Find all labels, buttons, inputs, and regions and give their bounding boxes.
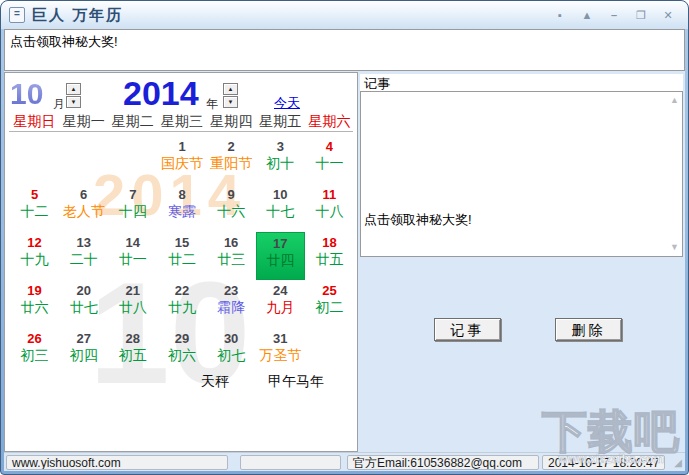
year-label: 年 [206,96,218,113]
weekday-header-row: 星期日星期一星期二星期三星期四星期五星期六 [10,113,354,131]
day-cell-16[interactable]: 16廿三 [207,232,256,280]
day-lunar-text: 霜降 [207,299,256,317]
day-cell-31[interactable]: 31万圣节 [256,328,305,376]
day-cell-22[interactable]: 22廿九 [157,280,206,328]
today-link[interactable]: 今天 [274,94,300,112]
banner-message-box[interactable]: 点击领取神秘大奖! [4,29,685,71]
day-lunar-text: 国庆节 [157,155,206,173]
day-cell-15[interactable]: 15廿二 [157,232,206,280]
day-number: 5 [10,187,59,202]
day-number: 24 [256,283,305,298]
day-cell-30[interactable]: 30初七 [207,328,256,376]
year-spinner-down-button[interactable]: ▼ [223,96,238,108]
day-cell-7[interactable]: 7十四 [108,184,157,232]
day-cell-12[interactable]: 12十九 [10,232,59,280]
minimize-button[interactable]: – [608,8,620,22]
zodiac-sign: 天秤 [201,373,229,391]
month-spinner-down-button[interactable]: ▼ [66,96,81,108]
day-number: 27 [59,331,108,346]
note-button[interactable]: 记事 [434,318,501,341]
day-cell-18[interactable]: 18廿五 [305,232,354,280]
year-number: 2014 [123,74,199,113]
rollup-button[interactable]: ▲ [581,8,593,22]
day-lunar-text: 二十 [59,251,108,269]
day-cell-20[interactable]: 20廿七 [59,280,108,328]
day-cell-13[interactable]: 13二十 [59,232,108,280]
day-number: 22 [157,283,206,298]
day-lunar-text: 廿六 [10,299,59,317]
day-number: 3 [256,139,305,154]
day-number: 9 [207,187,256,202]
tray-button[interactable]: ▪ [554,8,566,22]
notes-panel: 记事 点击领取神秘大奖! ▲ ▼ 记事 删除 [358,72,685,452]
day-cell-19[interactable]: 19廿六 [10,280,59,328]
day-cell-1[interactable]: 1国庆节 [157,136,206,184]
day-cell-3[interactable]: 3初十 [256,136,305,184]
day-cell-28[interactable]: 28初五 [108,328,157,376]
day-cell-11[interactable]: 11十八 [305,184,354,232]
day-cell-5[interactable]: 5十二 [10,184,59,232]
weekday-header-6: 星期六 [305,113,354,131]
month-spinner-up-button[interactable]: ▲ [66,83,81,95]
header-divider [9,131,353,132]
maximize-button[interactable]: ❐ [635,8,647,22]
day-number: 1 [157,139,206,154]
status-bar: ◢ www.yishuosoft.com官方Email:610536882@qq… [4,452,685,471]
close-button[interactable]: ✕ [662,8,674,22]
scroll-up-icon[interactable]: ▲ [670,96,679,105]
day-number: 31 [256,331,305,346]
day-cell-4[interactable]: 4十一 [305,136,354,184]
day-number: 16 [207,235,256,250]
day-lunar-text: 初四 [59,347,108,365]
day-number: 15 [157,235,206,250]
day-number: 23 [207,283,256,298]
lunar-year-name: 甲午马年 [268,373,324,391]
day-number: 2 [207,139,256,154]
weekday-header-3: 星期三 [157,113,206,131]
day-cell-14[interactable]: 14廿一 [108,232,157,280]
day-cell-9[interactable]: 9十六 [207,184,256,232]
resize-grip[interactable]: ◢ [674,457,682,469]
day-cell-27[interactable]: 27初四 [59,328,108,376]
day-cell-empty [10,136,59,184]
day-cell-24[interactable]: 24九月 [256,280,305,328]
notes-textarea[interactable]: 点击领取神秘大奖! ▲ ▼ [360,91,683,257]
app-icon: = [9,7,25,23]
day-cell-21[interactable]: 21廿八 [108,280,157,328]
month-number: 10 [10,77,43,111]
day-lunar-text: 十四 [108,203,157,221]
scroll-down-icon[interactable]: ▼ [670,243,679,252]
day-number: 18 [305,235,354,250]
weekday-header-1: 星期一 [59,113,108,131]
day-lunar-text: 十一 [305,155,354,173]
day-cell-25[interactable]: 25初二 [305,280,354,328]
window-controls: ▪▲–❐✕ [554,8,674,22]
day-lunar-text: 廿五 [305,251,354,269]
day-lunar-text: 廿四 [257,252,304,270]
year-spinner-up-button[interactable]: ▲ [223,83,238,95]
window-title: 巨人 万年历 [32,6,123,25]
day-number: 11 [305,187,354,202]
delete-button[interactable]: 删除 [555,318,622,341]
day-number: 30 [207,331,256,346]
day-number: 20 [59,283,108,298]
weekday-header-0: 星期日 [10,113,59,131]
day-number: 21 [108,283,157,298]
weekday-header-4: 星期四 [207,113,256,131]
month-spinner: ▲ ▼ [66,83,82,109]
title-bar[interactable]: = 巨人 万年历 ▪▲–❐✕ [1,1,688,29]
day-cell-23[interactable]: 23霜降 [207,280,256,328]
day-cell-26[interactable]: 26初三 [10,328,59,376]
day-cell-2[interactable]: 2重阳节 [207,136,256,184]
month-label: 月 [53,96,65,113]
day-cell-6[interactable]: 6老人节 [59,184,108,232]
day-lunar-text: 十七 [256,203,305,221]
day-cell-10[interactable]: 10十七 [256,184,305,232]
day-number: 17 [257,236,304,251]
day-lunar-text: 重阳节 [207,155,256,173]
day-cell-29[interactable]: 29初六 [157,328,206,376]
day-cell-8[interactable]: 8寒露 [157,184,206,232]
day-cell-17[interactable]: 17廿四 [256,232,305,280]
calendar-panel: 10 月 ▲ ▼ 2014 年 ▲ ▼ 今天 2014 10 星期日星期一星期二… [4,72,358,452]
day-number: 10 [256,187,305,202]
